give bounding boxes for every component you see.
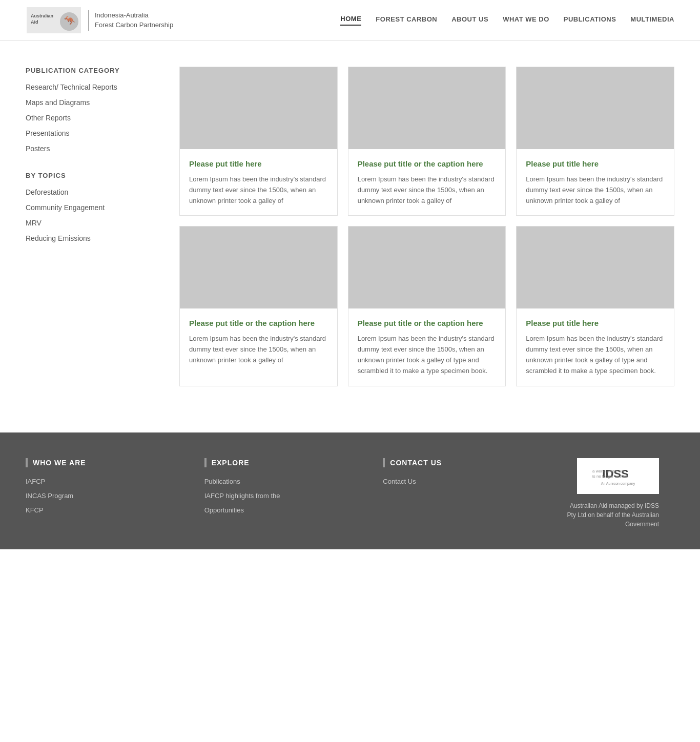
pub-card-1-body: Please put title here Lorem Ipsum has be… <box>180 149 337 215</box>
footer-highlights-link[interactable]: IAFCP highlights from the <box>204 492 280 500</box>
pub-card-3-title: Please put title here <box>526 158 665 169</box>
footer-explore-publications[interactable]: Publications <box>204 477 368 486</box>
main-nav: HOME FOREST CARBON ABOUT US WHAT WE DO P… <box>340 15 674 26</box>
pub-card-6[interactable]: Please put title here Lorem Ipsum has be… <box>516 226 674 386</box>
footer-contact-us-link[interactable]: Contact Us <box>383 478 416 485</box>
svg-text:Australian: Australian <box>31 13 53 18</box>
footer-explore-links: Publications IAFCP highlights from the O… <box>204 477 368 514</box>
footer-explore-title: EXPLORE <box>204 458 368 467</box>
footer-incas[interactable]: INCAS Program <box>26 491 189 500</box>
research-link[interactable]: Research/ Technical Reports <box>26 83 117 91</box>
footer-explore: EXPLORE Publications IAFCP highlights fr… <box>204 458 383 529</box>
maps-link[interactable]: Maps and Diagrams <box>26 98 90 107</box>
other-reports-link[interactable]: Other Reports <box>26 114 71 122</box>
pub-card-5-body: Please put title or the caption here Lor… <box>348 308 506 385</box>
footer-contact-us: CONTACT US Contact Us <box>383 458 562 529</box>
pub-card-3[interactable]: Please put title here Lorem Ipsum has be… <box>516 67 674 216</box>
pub-card-4-title: Please put title or the caption here <box>189 318 328 328</box>
nav-about-us[interactable]: ABOUT US <box>451 15 488 25</box>
footer-who-we-are-links: IAFCP INCAS Program KFCP <box>26 477 189 514</box>
pub-card-2-image <box>348 67 506 149</box>
site-footer: WHO WE ARE IAFCP INCAS Program KFCP EXPL… <box>0 432 700 549</box>
pub-card-1-title: Please put title here <box>189 158 328 169</box>
main-content: PUBLICATION CATEGORY Research/ Technical… <box>0 41 700 412</box>
pub-card-3-text: Lorem Ipsum has been the industry's stan… <box>526 174 665 206</box>
footer-who-we-are: WHO WE ARE IAFCP INCAS Program KFCP <box>26 458 204 529</box>
sidebar-item-presentations[interactable]: Presentations <box>26 129 159 138</box>
idss-logo: IDSS An Aurecon company a world where ai… <box>577 458 659 494</box>
logo-area: Australian Aid 🦘 Indonesia-Autralia Fore… <box>26 6 173 34</box>
sidebar-item-community-engagement[interactable]: Community Engagement <box>26 203 159 212</box>
pub-card-1[interactable]: Please put title here Lorem Ipsum has be… <box>179 67 338 216</box>
svg-text:is no longer needed: is no longer needed <box>592 474 628 479</box>
category-links: Research/ Technical Reports Maps and Dia… <box>26 83 159 153</box>
svg-text:An Aurecon company: An Aurecon company <box>601 482 635 486</box>
nav-publications[interactable]: PUBLICATIONS <box>564 15 616 25</box>
svg-text:Aid: Aid <box>31 19 38 25</box>
sidebar-item-deforestation[interactable]: Deforestation <box>26 188 159 197</box>
pub-card-5[interactable]: Please put title or the caption here Lor… <box>348 226 506 386</box>
footer-explore-highlights[interactable]: IAFCP highlights from the <box>204 491 368 500</box>
pub-card-2[interactable]: Please put title or the caption here Lor… <box>348 67 506 216</box>
sidebar-item-posters[interactable]: Posters <box>26 144 159 153</box>
footer-incas-link[interactable]: INCAS Program <box>26 492 73 500</box>
australian-aid-logo: Australian Aid 🦘 <box>26 6 82 34</box>
footer-who-we-are-title: WHO WE ARE <box>26 458 189 467</box>
pub-card-4-image <box>180 226 337 308</box>
posters-link[interactable]: Posters <box>26 145 50 153</box>
pub-card-3-body: Please put title here Lorem Ipsum has be… <box>517 149 674 215</box>
nav-multimedia[interactable]: MULTIMEDIA <box>630 15 674 25</box>
pub-card-2-title: Please put title or the caption here <box>358 158 497 169</box>
pub-card-6-text: Lorem Ipsum has been the industry's stan… <box>526 334 665 376</box>
footer-tagline: Australian Aid managed by IDSS Pty Ltd o… <box>562 501 659 529</box>
footer-kfcp-link[interactable]: KFCP <box>26 506 44 514</box>
pub-card-2-text: Lorem Ipsum has been the industry's stan… <box>358 174 497 206</box>
sidebar-item-maps[interactable]: Maps and Diagrams <box>26 98 159 107</box>
svg-text:a world where aid: a world where aid <box>592 469 625 473</box>
pub-card-4-text: Lorem Ipsum has been the industry's stan… <box>189 334 328 365</box>
community-engagement-link[interactable]: Community Engagement <box>26 203 105 212</box>
nav-home[interactable]: HOME <box>340 15 361 26</box>
footer-idss: IDSS An Aurecon company a world where ai… <box>562 458 674 529</box>
footer-publications-link[interactable]: Publications <box>204 478 240 485</box>
publications-grid: Please put title here Lorem Ipsum has be… <box>179 67 674 386</box>
deforestation-link[interactable]: Deforestation <box>26 188 68 196</box>
topics-links: Deforestation Community Engagement MRV R… <box>26 188 159 243</box>
footer-contact-us-item[interactable]: Contact Us <box>383 477 546 486</box>
footer-opportunities-link[interactable]: Opportunities <box>204 506 244 514</box>
pub-card-6-image <box>517 226 674 308</box>
pub-card-1-image <box>180 67 337 149</box>
pub-card-4-body: Please put title or the caption here Lor… <box>180 308 337 375</box>
reducing-emissions-link[interactable]: Reducing Emissions <box>26 234 91 242</box>
site-header: Australian Aid 🦘 Indonesia-Autralia Fore… <box>0 0 700 41</box>
pub-card-1-text: Lorem Ipsum has been the industry's stan… <box>189 174 328 206</box>
publication-category-title: PUBLICATION CATEGORY <box>26 67 159 74</box>
pub-card-6-title: Please put title here <box>526 318 665 328</box>
pub-card-2-body: Please put title or the caption here Lor… <box>348 149 506 215</box>
pub-card-5-image <box>348 226 506 308</box>
footer-contact-us-title: CONTACT US <box>383 458 546 467</box>
logo-divider <box>88 10 89 31</box>
footer-kfcp[interactable]: KFCP <box>26 505 189 514</box>
sidebar-item-other-reports[interactable]: Other Reports <box>26 113 159 122</box>
sidebar-item-mrv[interactable]: MRV <box>26 218 159 228</box>
sidebar-item-reducing-emissions[interactable]: Reducing Emissions <box>26 234 159 243</box>
topics-title: BY TOPICS <box>26 172 159 179</box>
nav-forest-carbon[interactable]: FOREST CARBON <box>376 15 437 25</box>
logo-text: Indonesia-Autralia Forest Carbon Partner… <box>95 11 173 29</box>
sidebar-item-research[interactable]: Research/ Technical Reports <box>26 83 159 92</box>
footer-explore-opportunities[interactable]: Opportunities <box>204 505 368 514</box>
pub-card-5-text: Lorem Ipsum has been the industry's stan… <box>358 334 497 376</box>
mrv-link[interactable]: MRV <box>26 219 42 227</box>
pub-card-6-body: Please put title here Lorem Ipsum has be… <box>517 308 674 385</box>
svg-text:🦘: 🦘 <box>64 15 76 26</box>
footer-iafcp[interactable]: IAFCP <box>26 477 189 486</box>
footer-iafcp-link[interactable]: IAFCP <box>26 478 45 485</box>
footer-contact-links: Contact Us <box>383 477 546 486</box>
pub-card-5-title: Please put title or the caption here <box>358 318 497 328</box>
sidebar: PUBLICATION CATEGORY Research/ Technical… <box>26 67 159 386</box>
presentations-link[interactable]: Presentations <box>26 129 70 137</box>
nav-what-we-do[interactable]: WHAT WE DO <box>503 15 549 25</box>
footer-inner: WHO WE ARE IAFCP INCAS Program KFCP EXPL… <box>26 458 674 529</box>
pub-card-4[interactable]: Please put title or the caption here Lor… <box>179 226 338 386</box>
